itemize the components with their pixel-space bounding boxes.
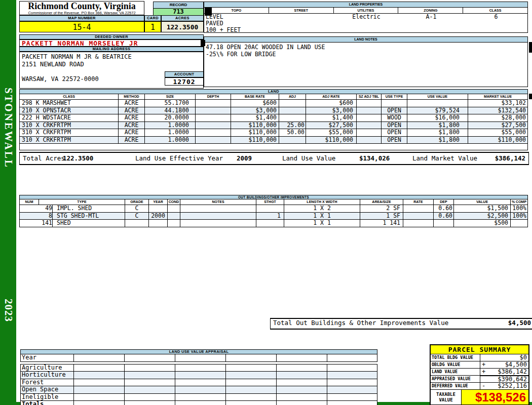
appraisal-empty-cell: [226, 364, 277, 372]
appraisal-year-row: Year: [20, 354, 377, 362]
appraisal-empty-cell: [175, 394, 226, 401]
appraisal-empty-cell: [125, 379, 175, 386]
out-buildings-table: OUT BUILDINGS/OTHER IMPROVEMENTS NUMTYPE…: [19, 195, 528, 227]
cell: $79,524: [407, 107, 468, 114]
appraisal-row: Agriculture: [21, 364, 377, 372]
cell: $1,400: [231, 114, 279, 122]
parcel-summary-value-cell: $0: [480, 354, 528, 361]
cell: SHED: [53, 220, 125, 227]
column-header: COND: [168, 199, 180, 205]
cell: ACRE: [119, 129, 145, 136]
cell: $55,000: [306, 129, 357, 136]
appraisal-empty-cell: [175, 401, 226, 405]
cell: [196, 114, 231, 122]
appraisal-empty-cell: [74, 401, 125, 405]
land-notes-box: LAND NOTES 47.18 OPEN 20AC WOODED IN LAN…: [204, 36, 528, 87]
utilities-value: Electric: [334, 14, 399, 20]
card-value: 1: [144, 21, 161, 32]
column-header: NOTES: [180, 199, 256, 205]
cell: 310 X CRKFRTPM: [20, 122, 119, 129]
cell: 8: [20, 213, 53, 220]
appraisal-empty-cell: [327, 372, 377, 379]
land-row: 210 X OPNSTACRACRE44.1800 $3,000 $3,000 …: [20, 107, 527, 115]
land-properties-values: LEVELPAVED100 + FEET Electric A-1 6: [204, 14, 527, 33]
cell: [382, 100, 407, 107]
value-sign: +: [482, 369, 485, 375]
parcel-summary-title: PARCEL SUMMARY: [431, 345, 528, 354]
out-building-row: 49IMPL. SHEDC 1 X 22 SF 0.60$1,500100%: [20, 205, 527, 213]
land-row: 298 K MARSHWETACRE55.1700 $600 $600 $33,…: [20, 100, 527, 107]
cell: OPEN: [382, 137, 407, 144]
cell: 1.0000: [145, 129, 196, 136]
parcel-summary-value-cell: +$386,142: [480, 369, 528, 375]
cell: [434, 220, 454, 227]
cell: 2 SF: [360, 205, 403, 212]
deeded-owner-name: PACKETT NORMAN MORSELEY JR: [19, 39, 204, 47]
out-building-row: 141SHED 1 X 11 141 $500: [20, 220, 527, 227]
cell: [279, 137, 306, 144]
cell: $600: [231, 100, 279, 107]
cell: [125, 220, 149, 227]
cell: WOOD: [382, 114, 407, 122]
appraisal-empty-cell: [74, 394, 125, 401]
column-header: TYPE: [39, 199, 125, 205]
land-row: 310 X CRKFRTPMACRE1.0000 $110,000 $110,0…: [20, 137, 527, 144]
cell: [357, 107, 382, 114]
appraisal-empty-cell: [277, 401, 327, 405]
appraisal-empty-cell: [226, 379, 277, 386]
taxable-value: $138,526: [462, 390, 528, 404]
appraisal-row-label: Horticulture: [21, 372, 74, 379]
cell: $27,500: [468, 122, 527, 129]
column-header: GRADE: [125, 199, 149, 205]
cell: [196, 137, 231, 144]
appraisal-row: Ineligible: [21, 394, 377, 401]
land-properties-title: LAND PROPERTIES: [204, 2, 527, 8]
out-buildings-total-row: Total Out Buildings & Other Improvements…: [270, 318, 532, 330]
parcel-summary-value-cell: +$4,500: [480, 361, 528, 368]
cell: 310 X CRKFRTPM: [20, 129, 119, 136]
appraisal-empty-cell: [125, 394, 175, 401]
record-box: RECORD 713: [153, 2, 204, 15]
column-header: BASE RATE: [231, 94, 279, 99]
appraisal-empty-cell: [74, 372, 125, 379]
land-properties-column-header: ZONING: [398, 8, 463, 13]
appraisal-empty-cell: [125, 354, 175, 361]
cell: [168, 213, 180, 220]
cell: $110,000: [231, 129, 279, 136]
taxable-value-label: TAXABLE VALUE: [431, 390, 462, 404]
cell: [279, 107, 306, 114]
record-number: 713: [154, 9, 203, 15]
effective-year-label: Land Use Effective Year: [135, 153, 223, 163]
appraisal-row-label: Ineligible: [21, 394, 74, 401]
cell: $1,400: [306, 114, 357, 122]
cell: $1,500: [454, 205, 511, 212]
cell: 1: [256, 213, 284, 220]
land-table-title: LAND: [19, 89, 528, 94]
column-header: ADJ RATE: [306, 94, 357, 99]
land-notes-text: 47.18 OPEN 20AC WOODED IN LAND USE-25\% …: [204, 43, 527, 58]
cell: 1 X 2: [284, 205, 360, 212]
appraisal-rows: Agriculture Horticulture Forest Open Spa…: [20, 364, 377, 405]
cell: [403, 213, 434, 220]
cell: [180, 220, 256, 227]
appraisal-empty-cell: [327, 364, 377, 372]
land-row: 222 H WDSTACREACRE20.0000 $1,400 $1,400 …: [20, 114, 527, 122]
appraisal-empty-cell: [175, 372, 226, 379]
cell: [196, 107, 231, 114]
appraisal-table: LAND USE VALUE APPRAISAL Year Agricultur…: [20, 349, 377, 405]
cell: $33,102: [468, 100, 527, 107]
cell: [357, 137, 382, 144]
cell: [196, 129, 231, 136]
cell: [403, 220, 434, 227]
cell: IMPL. SHED: [53, 205, 125, 212]
class-value: 6: [464, 14, 528, 20]
cell: C: [125, 205, 149, 212]
cell: $110,000: [306, 137, 357, 144]
cell: $600: [306, 100, 357, 107]
effective-year-value: 2009: [237, 153, 252, 163]
appraisal-empty-cell: [175, 364, 226, 372]
appraisal-empty-cell: [175, 354, 226, 361]
land-row: 310 X CRKFRTPMACRE1.0000 $110,00025.00$2…: [20, 122, 527, 130]
property-record-card: STONEWALL 2023 Richmond County, Virginia…: [0, 0, 532, 405]
cell: $55,000: [468, 129, 527, 136]
